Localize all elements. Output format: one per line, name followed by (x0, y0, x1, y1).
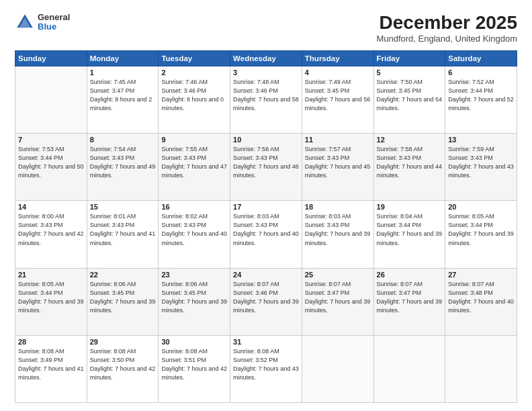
day-number: 24 (233, 271, 299, 279)
day-number: 13 (448, 136, 514, 144)
table-row: 20Sunrise: 8:05 AMSunset: 3:44 PMDayligh… (445, 201, 517, 268)
day-number: 20 (448, 203, 514, 211)
table-row: 6Sunrise: 7:52 AMSunset: 3:44 PMDaylight… (445, 66, 517, 134)
logo: General Blue (15, 12, 70, 32)
day-info: Sunrise: 7:49 AMSunset: 3:45 PMDaylight:… (305, 78, 371, 113)
day-number: 11 (305, 136, 371, 144)
day-info: Sunrise: 7:53 AMSunset: 3:44 PMDaylight:… (18, 145, 84, 180)
day-info: Sunrise: 8:08 AMSunset: 3:50 PMDaylight:… (90, 347, 156, 382)
day-number: 15 (90, 203, 156, 211)
day-number: 1 (90, 68, 156, 77)
day-info: Sunrise: 7:59 AMSunset: 3:43 PMDaylight:… (448, 145, 514, 180)
day-info: Sunrise: 7:54 AMSunset: 3:43 PMDaylight:… (90, 145, 156, 180)
day-number: 4 (305, 68, 371, 77)
day-number: 22 (90, 271, 156, 279)
table-row: 23Sunrise: 8:06 AMSunset: 3:45 PMDayligh… (159, 268, 230, 335)
day-number: 2 (161, 68, 227, 77)
day-number: 9 (161, 136, 227, 144)
day-number: 28 (18, 338, 84, 346)
day-number: 19 (377, 203, 443, 211)
day-info: Sunrise: 8:07 AMSunset: 3:48 PMDaylight:… (448, 280, 514, 315)
header: General Blue December 2025 Mundford, Eng… (15, 12, 517, 44)
calendar-week-row: 7Sunrise: 7:53 AMSunset: 3:44 PMDaylight… (15, 134, 517, 201)
day-info: Sunrise: 8:04 AMSunset: 3:44 PMDaylight:… (377, 212, 443, 247)
day-number: 31 (233, 338, 299, 346)
day-info: Sunrise: 8:06 AMSunset: 3:45 PMDaylight:… (161, 280, 227, 315)
day-info: Sunrise: 7:55 AMSunset: 3:43 PMDaylight:… (161, 145, 227, 180)
table-row: 15Sunrise: 8:01 AMSunset: 3:43 PMDayligh… (87, 201, 159, 268)
table-row: 3Sunrise: 7:48 AMSunset: 3:46 PMDaylight… (230, 66, 302, 134)
calendar-week-row: 1Sunrise: 7:45 AMSunset: 3:47 PMDaylight… (15, 66, 517, 134)
day-info: Sunrise: 7:46 AMSunset: 3:46 PMDaylight:… (161, 78, 227, 113)
table-row: 26Sunrise: 8:07 AMSunset: 3:47 PMDayligh… (373, 268, 445, 335)
table-row: 25Sunrise: 8:07 AMSunset: 3:47 PMDayligh… (302, 268, 373, 335)
table-row: 1Sunrise: 7:45 AMSunset: 3:47 PMDaylight… (87, 66, 159, 134)
day-info: Sunrise: 8:08 AMSunset: 3:52 PMDaylight:… (233, 347, 299, 382)
day-info: Sunrise: 8:01 AMSunset: 3:43 PMDaylight:… (90, 212, 156, 247)
table-row (302, 335, 373, 402)
day-info: Sunrise: 7:50 AMSunset: 3:45 PMDaylight:… (377, 78, 443, 113)
day-info: Sunrise: 8:08 AMSunset: 3:49 PMDaylight:… (18, 347, 84, 382)
logo-blue-text: Blue (38, 22, 70, 32)
table-row: 4Sunrise: 7:49 AMSunset: 3:45 PMDaylight… (302, 66, 373, 134)
day-number: 6 (448, 68, 514, 77)
table-row: 14Sunrise: 8:00 AMSunset: 3:43 PMDayligh… (15, 201, 87, 268)
day-info: Sunrise: 8:00 AMSunset: 3:43 PMDaylight:… (18, 212, 84, 247)
table-row: 8Sunrise: 7:54 AMSunset: 3:43 PMDaylight… (87, 134, 159, 201)
table-row: 2Sunrise: 7:46 AMSunset: 3:46 PMDaylight… (159, 66, 230, 134)
day-number: 18 (305, 203, 371, 211)
day-number: 25 (305, 271, 371, 279)
header-row: Sunday Monday Tuesday Wednesday Thursday… (15, 51, 517, 66)
table-row: 22Sunrise: 8:06 AMSunset: 3:45 PMDayligh… (87, 268, 159, 335)
col-sunday: Sunday (15, 51, 87, 66)
title-block: December 2025 Mundford, England, United … (376, 12, 517, 44)
table-row: 5Sunrise: 7:50 AMSunset: 3:45 PMDaylight… (373, 66, 445, 134)
table-row (445, 335, 517, 402)
day-number: 27 (448, 271, 514, 279)
calendar-week-row: 21Sunrise: 8:05 AMSunset: 3:44 PMDayligh… (15, 268, 517, 335)
table-row: 30Sunrise: 8:08 AMSunset: 3:51 PMDayligh… (159, 335, 230, 402)
logo-general-text: General (38, 13, 70, 22)
table-row: 27Sunrise: 8:07 AMSunset: 3:48 PMDayligh… (445, 268, 517, 335)
table-row: 13Sunrise: 7:59 AMSunset: 3:43 PMDayligh… (445, 134, 517, 201)
month-title: December 2025 (376, 12, 517, 34)
day-info: Sunrise: 8:05 AMSunset: 3:44 PMDaylight:… (448, 212, 514, 247)
day-info: Sunrise: 8:05 AMSunset: 3:44 PMDaylight:… (18, 280, 84, 315)
table-row: 24Sunrise: 8:07 AMSunset: 3:46 PMDayligh… (230, 268, 302, 335)
day-info: Sunrise: 7:48 AMSunset: 3:46 PMDaylight:… (233, 78, 299, 113)
day-number: 8 (90, 136, 156, 144)
day-info: Sunrise: 7:56 AMSunset: 3:43 PMDaylight:… (233, 145, 299, 180)
day-info: Sunrise: 7:58 AMSunset: 3:43 PMDaylight:… (377, 145, 443, 180)
day-number: 16 (161, 203, 227, 211)
table-row: 9Sunrise: 7:55 AMSunset: 3:43 PMDaylight… (159, 134, 230, 201)
table-row: 17Sunrise: 8:03 AMSunset: 3:43 PMDayligh… (230, 201, 302, 268)
table-row (373, 335, 445, 402)
day-number: 17 (233, 203, 299, 211)
day-number: 29 (90, 338, 156, 346)
day-info: Sunrise: 8:06 AMSunset: 3:45 PMDaylight:… (90, 280, 156, 315)
calendar-week-row: 14Sunrise: 8:00 AMSunset: 3:43 PMDayligh… (15, 201, 517, 268)
day-number: 7 (18, 136, 84, 144)
day-info: Sunrise: 8:07 AMSunset: 3:47 PMDaylight:… (377, 280, 443, 315)
table-row (15, 66, 87, 134)
col-tuesday: Tuesday (159, 51, 230, 66)
day-info: Sunrise: 8:03 AMSunset: 3:43 PMDaylight:… (305, 212, 371, 247)
day-number: 3 (233, 68, 299, 77)
day-info: Sunrise: 8:07 AMSunset: 3:46 PMDaylight:… (233, 280, 299, 315)
day-info: Sunrise: 8:08 AMSunset: 3:51 PMDaylight:… (161, 347, 227, 382)
col-saturday: Saturday (445, 51, 517, 66)
day-number: 21 (18, 271, 84, 279)
logo-text: General Blue (38, 13, 70, 32)
day-info: Sunrise: 7:45 AMSunset: 3:47 PMDaylight:… (90, 78, 156, 113)
day-info: Sunrise: 8:02 AMSunset: 3:43 PMDaylight:… (161, 212, 227, 247)
table-row: 21Sunrise: 8:05 AMSunset: 3:44 PMDayligh… (15, 268, 87, 335)
calendar-table: Sunday Monday Tuesday Wednesday Thursday… (15, 50, 517, 403)
day-info: Sunrise: 8:07 AMSunset: 3:47 PMDaylight:… (305, 280, 371, 315)
col-thursday: Thursday (302, 51, 373, 66)
logo-icon (15, 12, 35, 32)
day-info: Sunrise: 7:52 AMSunset: 3:44 PMDaylight:… (448, 78, 514, 113)
table-row: 31Sunrise: 8:08 AMSunset: 3:52 PMDayligh… (230, 335, 302, 402)
day-number: 5 (377, 68, 443, 77)
day-number: 30 (161, 338, 227, 346)
col-wednesday: Wednesday (230, 51, 302, 66)
